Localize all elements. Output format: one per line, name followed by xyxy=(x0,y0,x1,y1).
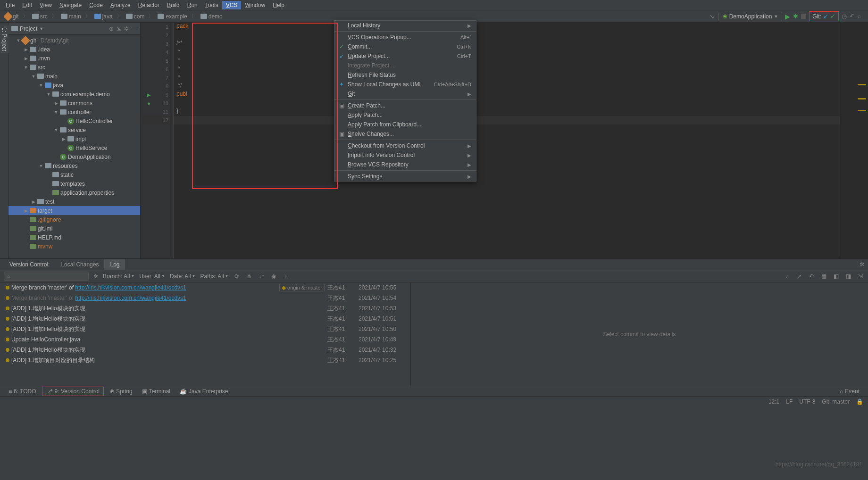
editor-body[interactable]: pack/** * * * * */publ} xyxy=(174,23,840,258)
editor[interactable]: 12345678▶9●101112 pack/** * * * * */publ… xyxy=(141,23,868,258)
paths-filter[interactable]: Paths: All▼ xyxy=(200,273,229,280)
breadcrumb-item[interactable]: com xyxy=(124,12,147,21)
menu-refactor[interactable]: Refactor xyxy=(134,1,163,9)
tool-window-button[interactable]: ⎇9: Version Control xyxy=(42,387,104,396)
hide-icon[interactable]: — xyxy=(132,25,137,32)
left-tool-stripe[interactable]: 1: Project xyxy=(0,23,8,258)
update-icon[interactable]: ↙ xyxy=(823,13,828,20)
line-separator[interactable]: LF xyxy=(786,398,793,405)
tree-node[interactable]: CHelloService xyxy=(8,143,140,152)
event-log-button[interactable]: ⌕ Event xyxy=(836,387,863,396)
commit-row[interactable]: [ADD] 1.增加Hello模块的实现王杰412021/4/7 10:32 xyxy=(0,345,410,355)
tree-node[interactable]: ▼java xyxy=(8,81,140,90)
refresh-icon[interactable]: ⟳ xyxy=(233,273,241,280)
tree-node[interactable]: ▶impl xyxy=(8,134,140,143)
commit-row[interactable]: [ADD] 1.增加Hello模块的实现王杰412021/4/7 10:53 xyxy=(0,303,410,314)
tab-log[interactable]: Log xyxy=(104,259,125,270)
tree-node[interactable]: ▼com.example.demo xyxy=(8,90,140,99)
commit-icon[interactable]: ✓ xyxy=(830,13,835,20)
commit-row[interactable]: [ADD] 1.增加Hello模块的实现王杰412021/4/7 10:51 xyxy=(0,314,410,324)
file-encoding[interactable]: UTF-8 xyxy=(799,398,815,405)
tree-node[interactable]: HELP.md xyxy=(8,233,140,242)
menu-edit[interactable]: Edit xyxy=(18,1,36,9)
tree-node[interactable]: CDemoApplication xyxy=(8,152,140,161)
menu-item[interactable]: ✓Commit...Ctrl+K xyxy=(334,42,476,51)
run-button[interactable]: ▶ xyxy=(785,13,790,20)
commit-row[interactable]: Merge branch 'master' of http://iris.hik… xyxy=(0,293,410,303)
menu-run[interactable]: Run xyxy=(184,1,201,9)
menu-item[interactable]: Local History▶ xyxy=(334,21,476,30)
menu-code[interactable]: Code xyxy=(85,1,107,9)
go-to-icon[interactable]: ↓↑ xyxy=(258,273,265,280)
project-tree[interactable]: ▼gitD:\study\git▶.idea▶.mvn▼src▼main▼jav… xyxy=(8,35,140,257)
tree-node[interactable]: ▶.idea xyxy=(8,45,140,54)
tool-window-button[interactable]: ▣Terminal xyxy=(138,387,174,396)
collapse-icon[interactable]: ⇲ xyxy=(117,25,121,32)
locate-icon[interactable]: ⊕ xyxy=(109,25,114,32)
tree-node[interactable]: mvnw xyxy=(8,242,140,251)
history-icon[interactable]: ◷ xyxy=(842,13,847,20)
search-icon[interactable]: ⌕ xyxy=(783,273,791,280)
tab-local-changes[interactable]: Local Changes xyxy=(55,259,104,270)
breadcrumb-item[interactable]: java xyxy=(92,12,115,21)
tree-node[interactable]: ▼main xyxy=(8,72,140,81)
eye-icon[interactable]: ◉ xyxy=(270,273,277,280)
breadcrumb-item[interactable]: example xyxy=(156,12,189,21)
tree-node[interactable]: ▶test xyxy=(8,197,140,206)
layout2-icon[interactable]: ◨ xyxy=(844,273,852,280)
tree-node[interactable]: ▼src xyxy=(8,63,140,72)
debug-button[interactable]: ✱ xyxy=(793,13,798,20)
tree-node[interactable]: ▼controller xyxy=(8,108,140,116)
project-tool-tab[interactable]: 1: Project xyxy=(0,25,8,53)
menu-item[interactable]: VCS Operations Popup...Alt+` xyxy=(334,33,476,42)
tree-node[interactable]: ▶target xyxy=(8,206,140,215)
menu-item[interactable]: Apply Patch... xyxy=(334,110,476,120)
menu-item[interactable]: Refresh File Status xyxy=(334,70,476,80)
revert-icon[interactable]: ↶ xyxy=(850,13,855,20)
tree-node[interactable]: ▶commons xyxy=(8,99,140,108)
group-icon[interactable]: ▦ xyxy=(820,273,827,280)
menu-item[interactable]: Apply Patch from Clipboard... xyxy=(334,120,476,129)
menu-item[interactable]: ✦Show Local Changes as UMLCtrl+Alt+Shift… xyxy=(334,80,476,89)
git-branch[interactable]: Git: master xyxy=(822,398,850,405)
menu-item[interactable]: ▣Create Patch... xyxy=(334,101,476,110)
tree-node[interactable]: static xyxy=(8,170,140,179)
vcs-menu-dropdown[interactable]: Local History▶VCS Operations Popup...Alt… xyxy=(334,20,476,182)
menu-navigate[interactable]: Navigate xyxy=(56,1,85,9)
breadcrumb-item[interactable]: main xyxy=(59,12,83,21)
breadcrumb-item[interactable]: src xyxy=(30,12,50,21)
menu-item[interactable]: Import into Version Control▶ xyxy=(334,150,476,160)
tree-node[interactable]: ▼gitD:\study\git xyxy=(8,36,140,45)
gear-icon[interactable]: ✲ xyxy=(124,25,129,32)
tree-node[interactable]: .gitignore xyxy=(8,215,140,224)
commit-row[interactable]: [ADD] 1.增加Hello模块的实现王杰412021/4/7 10:50 xyxy=(0,324,410,334)
add-icon[interactable]: ＋ xyxy=(282,272,290,280)
menu-analyze[interactable]: Analyze xyxy=(107,1,134,9)
menu-item[interactable]: Browse VCS Repository▶ xyxy=(334,160,476,169)
stop-button[interactable] xyxy=(801,14,806,19)
regex-icon[interactable]: ✲ xyxy=(93,273,98,280)
tool-window-button[interactable]: ☕Java Enterprise xyxy=(176,387,232,396)
expand-icon[interactable]: ⇲ xyxy=(857,273,864,280)
commit-row[interactable]: [ADD] 1.增加项目对应的目录结构王杰412021/4/7 10:25 xyxy=(0,355,410,365)
tree-node[interactable]: application.properties xyxy=(8,188,140,197)
menu-tools[interactable]: Tools xyxy=(201,1,222,9)
tree-node[interactable]: templates xyxy=(8,179,140,188)
hammer-icon[interactable]: ↘ xyxy=(708,13,716,20)
tree-node[interactable]: ▼service xyxy=(8,125,140,134)
lock-icon[interactable]: 🔒 xyxy=(856,398,863,405)
menu-build[interactable]: Build xyxy=(163,1,184,9)
menu-vcs[interactable]: VCS xyxy=(222,1,242,9)
log-search-input[interactable]: ⌕ xyxy=(4,272,89,281)
breadcrumb-item[interactable]: demo xyxy=(199,12,225,21)
date-filter[interactable]: Date: All▼ xyxy=(170,273,196,280)
run-configuration[interactable]: ❀ DemoApplication ▼ xyxy=(718,12,783,21)
tree-node[interactable]: CHelloController xyxy=(8,116,140,125)
tree-node[interactable]: ▶.mvn xyxy=(8,54,140,63)
gear-icon[interactable]: ✲ xyxy=(860,261,868,268)
menu-view[interactable]: View xyxy=(36,1,56,9)
undo-icon[interactable]: ↶ xyxy=(808,273,815,280)
breadcrumb-item[interactable]: git xyxy=(3,12,21,21)
branch-filter[interactable]: Branch: All▼ xyxy=(103,273,134,280)
cherry-pick-icon[interactable]: ⋔ xyxy=(245,273,253,280)
